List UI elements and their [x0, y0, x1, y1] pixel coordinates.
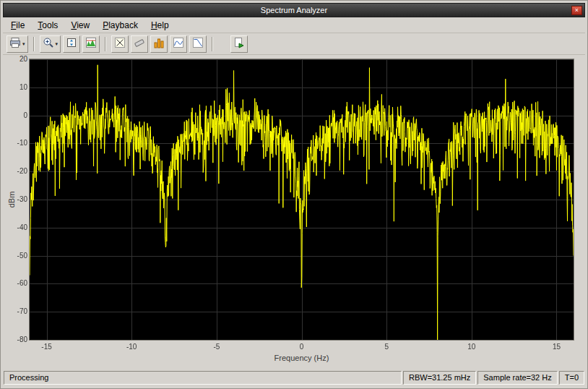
spectrum-settings-button[interactable] — [82, 35, 100, 53]
menu-help[interactable]: Help — [144, 19, 176, 32]
print-icon — [9, 37, 21, 51]
dropdown-arrow-icon[interactable]: ▾ — [56, 41, 59, 47]
close-button[interactable]: × — [571, 6, 582, 15]
menu-bar: File Tools View Playback Help — [3, 17, 585, 33]
ccdf-measurements-icon — [192, 37, 204, 51]
spectrum-canvas[interactable] — [30, 59, 574, 340]
status-message: Processing — [4, 371, 402, 385]
window-title: Spectrum Analyzer — [261, 6, 327, 14]
y-tick-label: -80 — [4, 335, 27, 343]
toolbar: ▾ ▾ — [3, 33, 585, 55]
plot-box — [30, 59, 574, 340]
y-tick-label: 10 — [4, 83, 27, 91]
status-bar: Processing RBW=31.25 mHz Sample rate=32 … — [3, 369, 585, 386]
peak-finder-button[interactable] — [150, 35, 168, 53]
zoom-in-icon — [43, 37, 54, 51]
y-tick-label: -10 — [4, 139, 27, 147]
peak-finder-icon — [153, 37, 165, 51]
print-button[interactable]: ▾ — [7, 35, 28, 53]
y-tick-label: -20 — [4, 167, 27, 175]
y-tick-label: -50 — [4, 252, 27, 260]
plot-area: dBm Frequency (Hz) 20100-10-20-30-40-50-… — [3, 55, 585, 369]
y-tick-label: 20 — [4, 55, 27, 63]
toolbar-separator — [105, 37, 106, 51]
distortion-measurements-button[interactable] — [170, 35, 187, 53]
zoom-in-button[interactable]: ▾ — [40, 35, 61, 53]
title-bar[interactable]: Spectrum Analyzer × — [3, 3, 585, 17]
cursor-measurements-icon — [114, 37, 126, 51]
signal-statistics-button[interactable] — [131, 35, 148, 53]
distortion-measurements-icon — [173, 37, 184, 51]
menu-view[interactable]: View — [64, 19, 96, 32]
dropdown-arrow-icon[interactable]: ▾ — [22, 41, 25, 47]
time-readout: T=0 — [559, 371, 584, 385]
x-tick-label: 0 — [289, 343, 315, 351]
x-tick-label: -15 — [34, 343, 60, 351]
menu-file[interactable]: File — [4, 19, 31, 32]
x-tick-label: -5 — [204, 343, 230, 351]
y-tick-label: -60 — [4, 279, 27, 287]
ccdf-measurements-button[interactable] — [189, 35, 207, 53]
toolbar-separator — [212, 37, 213, 51]
x-tick-label: 5 — [373, 343, 399, 351]
menu-tools[interactable]: Tools — [31, 19, 64, 32]
menu-playback[interactable]: Playback — [96, 19, 144, 32]
spectrum-settings-icon — [85, 37, 97, 51]
fit-to-view-icon — [66, 37, 77, 51]
sample-rate-readout: Sample rate=32 Hz — [477, 371, 557, 385]
y-tick-label: -30 — [4, 195, 27, 203]
signal-statistics-icon — [134, 37, 145, 51]
step-forward-icon — [233, 37, 245, 51]
x-axis-label: Frequency (Hz) — [30, 354, 574, 362]
step-forward-button[interactable] — [230, 35, 248, 53]
cursor-measurements-button[interactable] — [111, 35, 129, 53]
fit-to-view-button[interactable] — [63, 35, 80, 53]
spectrum-analyzer-window: Spectrum Analyzer × File Tools View Play… — [0, 0, 588, 389]
y-tick-label: -40 — [4, 223, 27, 231]
x-tick-label: 15 — [543, 343, 569, 351]
y-tick-label: -70 — [4, 307, 27, 315]
x-tick-label: 10 — [459, 343, 485, 351]
toolbar-separator — [33, 37, 35, 51]
rbw-readout: RBW=31.25 mHz — [403, 371, 476, 385]
x-tick-label: -10 — [118, 343, 144, 351]
y-tick-label: 0 — [4, 111, 27, 119]
